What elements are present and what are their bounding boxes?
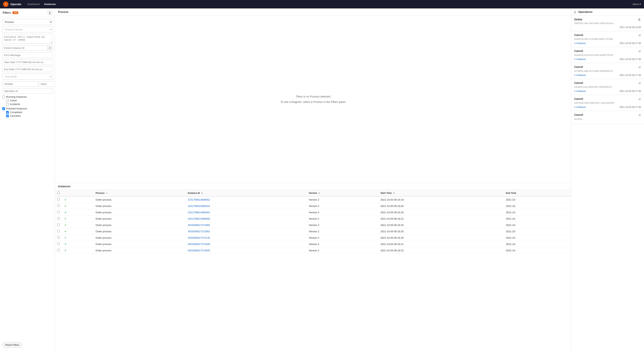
row-checkbox-cell[interactable] bbox=[55, 209, 62, 216]
row-checkbox[interactable] bbox=[57, 223, 60, 226]
row-process: Order process bbox=[93, 235, 186, 241]
collapse-sidebar-button[interactable]: ❮ bbox=[48, 11, 52, 15]
col-version[interactable]: Version ⇅ bbox=[306, 190, 378, 196]
col-instance-id[interactable]: Instance Id ⇅ bbox=[186, 190, 306, 196]
row-checkbox[interactable] bbox=[57, 217, 60, 220]
col-process[interactable]: Process ▼ bbox=[93, 190, 186, 196]
operation-action-icon[interactable]: ⊘ bbox=[638, 113, 641, 117]
process-version-filter-select[interactable]: Process Version bbox=[2, 27, 52, 33]
instance-id-link[interactable]: 2251799813688052 bbox=[188, 198, 210, 201]
nav-dashboard[interactable]: Dashboard bbox=[28, 3, 40, 6]
col-select-all[interactable] bbox=[55, 190, 62, 196]
row-checkbox[interactable] bbox=[57, 230, 60, 232]
row-checkbox-cell[interactable] bbox=[55, 235, 62, 241]
operation-action-icon[interactable]: ⊘ bbox=[638, 97, 641, 101]
row-start-time: 2021-10-05 06:16:21 bbox=[378, 216, 504, 222]
row-checkbox[interactable] bbox=[57, 236, 60, 239]
col-end-time[interactable]: End Time bbox=[504, 190, 571, 196]
row-instance-id[interactable]: 4503599627372982 bbox=[186, 228, 306, 235]
incidents-checkbox-item[interactable]: Incidents bbox=[6, 103, 52, 106]
operation-instance-link[interactable]: 1 Instance bbox=[574, 90, 586, 93]
row-status-cell: ✔ bbox=[62, 222, 93, 228]
running-instances-checkbox[interactable] bbox=[2, 96, 5, 98]
row-checkbox[interactable] bbox=[57, 204, 60, 207]
operation-instance-link[interactable]: 1 Instance bbox=[574, 42, 586, 45]
operation-action-icon[interactable]: ⊘ bbox=[638, 81, 641, 85]
operation-instance-link[interactable]: 1 Instance bbox=[574, 58, 586, 61]
reset-filters-button[interactable]: Reset Filters bbox=[2, 342, 22, 348]
running-instances-label: Running Instances bbox=[6, 95, 27, 98]
incidents-checkbox[interactable] bbox=[6, 103, 9, 106]
row-checkbox-cell[interactable] bbox=[55, 222, 62, 228]
operation-action-icon[interactable]: ⊘ bbox=[638, 34, 641, 37]
value-input[interactable] bbox=[39, 81, 55, 87]
operation-action-icon[interactable]: ⊘ bbox=[638, 65, 641, 69]
operation-header: Cancel ⊘ bbox=[574, 97, 641, 101]
operation-type: Cancel bbox=[574, 65, 583, 69]
col-start-time[interactable]: Start Time ⇅ bbox=[378, 190, 504, 196]
row-checkbox[interactable] bbox=[57, 211, 60, 213]
row-checkbox[interactable] bbox=[57, 242, 60, 245]
instance-id-link[interactable]: 4503599627372982 bbox=[188, 230, 210, 233]
flow-node-filter-select[interactable]: Flow Node bbox=[2, 74, 52, 80]
operation-type: Cancel bbox=[574, 81, 583, 84]
active-checkbox-item[interactable]: Active bbox=[6, 99, 52, 102]
completed-checkbox[interactable] bbox=[6, 111, 9, 114]
instance-id-link[interactable]: 4503599627373498 bbox=[188, 243, 210, 246]
instance-sort-icon: ⇅ bbox=[201, 192, 203, 194]
row-start-time: 2021-10-05 06:16:21 bbox=[378, 241, 504, 247]
row-checkbox-cell[interactable] bbox=[55, 216, 62, 222]
row-checkbox[interactable] bbox=[57, 249, 60, 251]
main-layout: Filters 379 ❮ Process Process Version ☰ … bbox=[0, 9, 644, 350]
end-date-filter[interactable] bbox=[2, 67, 52, 72]
parent-instance-icon[interactable]: ☰ bbox=[48, 46, 52, 50]
row-status-cell: ✔ bbox=[62, 241, 93, 247]
collapse-operations-button[interactable]: ❯ bbox=[574, 11, 576, 14]
variable-input[interactable] bbox=[2, 81, 38, 87]
instance-id-link[interactable]: 2251799813688868 bbox=[188, 217, 210, 220]
operation-instance-link[interactable]: 1 Instance bbox=[574, 106, 586, 109]
parent-instance-input[interactable] bbox=[2, 45, 48, 51]
row-instance-id[interactable]: 4503599627373805 bbox=[186, 247, 306, 254]
instance-id-link[interactable]: 4503599627373805 bbox=[188, 249, 210, 252]
row-checkbox-cell[interactable] bbox=[55, 203, 62, 209]
row-instance-id[interactable]: 2251799813688052 bbox=[186, 196, 306, 203]
select-all-checkbox[interactable] bbox=[57, 192, 60, 194]
completed-checkbox-item[interactable]: Completed bbox=[6, 111, 52, 114]
instance-id-link[interactable]: 4503599627372885 bbox=[188, 224, 210, 227]
canceled-checkbox-item[interactable]: Canceled bbox=[6, 114, 52, 117]
start-date-filter[interactable] bbox=[2, 60, 52, 65]
operation-instance-link[interactable]: 1 Instance bbox=[574, 74, 586, 77]
canceled-checkbox[interactable] bbox=[6, 115, 9, 117]
incidents-label: Incidents bbox=[10, 103, 20, 106]
operation-action-icon[interactable]: 🗑 bbox=[638, 18, 641, 21]
row-instance-id[interactable]: 4503599627372885 bbox=[186, 222, 306, 228]
row-instance-id[interactable]: 2251799813688203 bbox=[186, 203, 306, 209]
row-instance-id[interactable]: 2251799813688302 bbox=[186, 209, 306, 216]
active-checkbox[interactable] bbox=[6, 99, 9, 102]
finished-instances-checkbox-item[interactable]: Finished Instances bbox=[2, 107, 52, 110]
error-message-filter[interactable] bbox=[2, 52, 52, 58]
row-checkbox-cell[interactable] bbox=[55, 228, 62, 235]
row-checkbox-cell[interactable] bbox=[55, 241, 62, 247]
process-filter-select[interactable]: Process bbox=[2, 19, 52, 25]
instance-id-link[interactable]: 2251799813688203 bbox=[188, 205, 210, 207]
row-instance-id[interactable]: 4503599627373135 bbox=[186, 235, 306, 241]
operation-id-filter[interactable] bbox=[2, 88, 52, 94]
finished-instances-checkbox[interactable] bbox=[2, 107, 5, 110]
instance-ids-filter[interactable] bbox=[2, 34, 52, 44]
row-instance-id[interactable]: 2251799813688868 bbox=[186, 216, 306, 222]
running-instances-checkbox-item[interactable]: Running Instances bbox=[2, 95, 52, 98]
row-checkbox-cell[interactable] bbox=[55, 196, 62, 203]
row-checkbox[interactable] bbox=[57, 198, 60, 201]
completed-label: Completed bbox=[10, 111, 22, 114]
table-row: ✔ Order process 2251799813688052 Version… bbox=[55, 196, 571, 203]
nav-instances[interactable]: Instances bbox=[44, 3, 56, 6]
instance-id-link[interactable]: 4503599627373135 bbox=[188, 236, 210, 239]
row-checkbox-cell[interactable] bbox=[55, 247, 62, 254]
user-menu[interactable]: demo ▾ bbox=[633, 3, 641, 6]
center-panel: Process There is no Process selected To … bbox=[55, 9, 571, 350]
instance-id-link[interactable]: 2251799813688302 bbox=[188, 211, 210, 214]
operation-action-icon[interactable]: ⊘ bbox=[638, 50, 641, 53]
row-instance-id[interactable]: 4503599627373498 bbox=[186, 241, 306, 247]
